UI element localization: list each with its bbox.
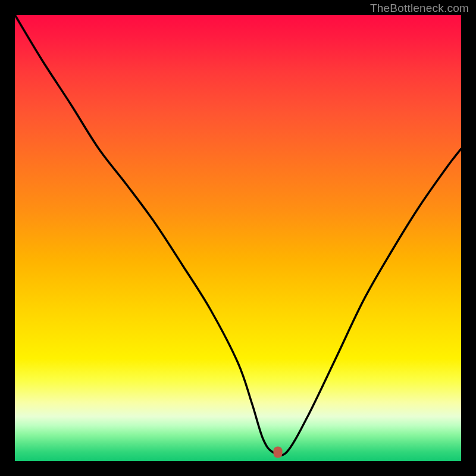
watermark-text: TheBottleneck.com <box>370 2 469 15</box>
optimal-point-marker <box>273 447 282 458</box>
bottleneck-curve <box>15 15 461 461</box>
plot-area <box>15 15 461 461</box>
chart-frame: TheBottleneck.com <box>0 0 476 476</box>
